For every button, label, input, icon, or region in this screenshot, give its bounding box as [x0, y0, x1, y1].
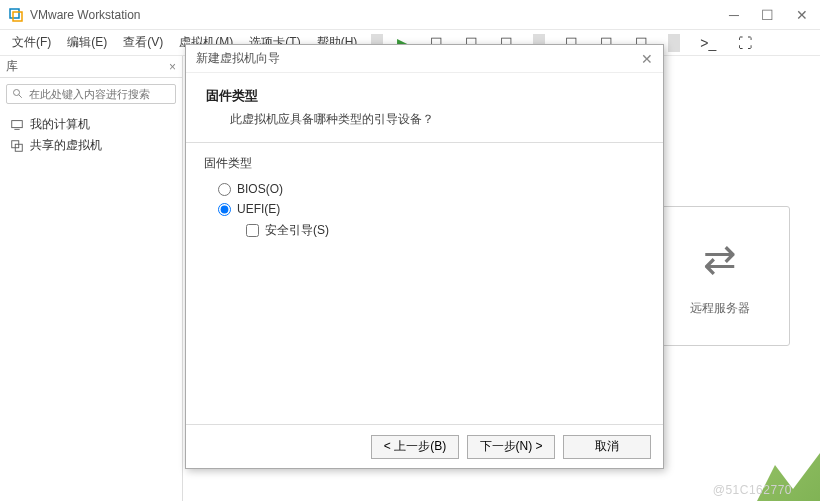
svg-rect-0	[10, 9, 19, 18]
connect-icon: ⇄	[703, 236, 737, 282]
checkbox-secure-boot[interactable]: 安全引导(S)	[246, 222, 645, 239]
dialog-titlebar: 新建虚拟机向导 ✕	[186, 45, 663, 73]
tree-label: 我的计算机	[30, 116, 90, 133]
radio-bios-input[interactable]	[218, 183, 231, 196]
svg-line-3	[19, 95, 22, 98]
radio-uefi-input[interactable]	[218, 203, 231, 216]
back-button[interactable]: < 上一步(B)	[371, 435, 459, 459]
dialog-title: 新建虚拟机向导	[196, 50, 280, 67]
dialog-footer: < 上一步(B) 下一步(N) > 取消	[186, 424, 663, 468]
minimize-button[interactable]: ─	[729, 7, 739, 23]
fullscreen-icon[interactable]: ⛶	[732, 32, 758, 54]
sidebar-header: 库 ×	[0, 56, 182, 78]
dialog-head-subtitle: 此虚拟机应具备哪种类型的引导设备？	[206, 111, 643, 128]
dialog-body: 固件类型 BIOS(O) UEFI(E) 安全引导(S)	[186, 142, 663, 424]
radio-bios-label: BIOS(O)	[237, 182, 283, 196]
sidebar: 库 × 我的计算机 共享的虚拟机	[0, 56, 183, 501]
svg-rect-1	[13, 12, 22, 21]
shared-icon	[10, 139, 24, 153]
svg-point-2	[14, 90, 20, 96]
new-vm-wizard-dialog: 新建虚拟机向导 ✕ 固件类型 此虚拟机应具备哪种类型的引导设备？ 固件类型 BI…	[185, 44, 664, 469]
app-title: VMware Workstation	[30, 8, 140, 22]
search-input[interactable]	[29, 88, 170, 100]
remote-server-card[interactable]: ⇄ 远程服务器	[650, 206, 790, 346]
radio-bios[interactable]: BIOS(O)	[218, 182, 645, 196]
group-label: 固件类型	[204, 155, 645, 172]
tree-label: 共享的虚拟机	[30, 137, 102, 154]
menu-edit[interactable]: 编辑(E)	[61, 31, 113, 54]
maximize-button[interactable]: ☐	[761, 7, 774, 23]
sidebar-item-my-computer[interactable]: 我的计算机	[6, 114, 176, 135]
titlebar: VMware Workstation ─ ☐ ✕	[0, 0, 820, 30]
next-button[interactable]: 下一步(N) >	[467, 435, 555, 459]
watermark: @51C162770	[713, 483, 792, 497]
sidebar-title: 库	[6, 58, 18, 75]
card-label: 远程服务器	[690, 300, 750, 317]
checkbox-secure-boot-input[interactable]	[246, 224, 259, 237]
checkbox-secure-boot-label: 安全引导(S)	[265, 222, 329, 239]
close-button[interactable]: ✕	[796, 7, 808, 23]
svg-rect-4	[12, 120, 23, 127]
cancel-button[interactable]: 取消	[563, 435, 651, 459]
console-icon[interactable]: >_	[694, 32, 722, 54]
dialog-head-title: 固件类型	[206, 87, 643, 105]
menu-view[interactable]: 查看(V)	[117, 31, 169, 54]
dialog-header: 固件类型 此虚拟机应具备哪种类型的引导设备？	[186, 73, 663, 142]
sidebar-close-icon[interactable]: ×	[169, 60, 176, 74]
search-icon	[12, 88, 24, 100]
app-icon	[8, 7, 24, 23]
sidebar-item-shared-vm[interactable]: 共享的虚拟机	[6, 135, 176, 156]
dialog-close-icon[interactable]: ✕	[641, 51, 653, 67]
radio-uefi[interactable]: UEFI(E)	[218, 202, 645, 216]
separator	[668, 34, 680, 52]
menu-file[interactable]: 文件(F)	[6, 31, 57, 54]
computer-icon	[10, 118, 24, 132]
radio-uefi-label: UEFI(E)	[237, 202, 280, 216]
sidebar-tree: 我的计算机 共享的虚拟机	[0, 110, 182, 160]
search-box[interactable]	[6, 84, 176, 104]
